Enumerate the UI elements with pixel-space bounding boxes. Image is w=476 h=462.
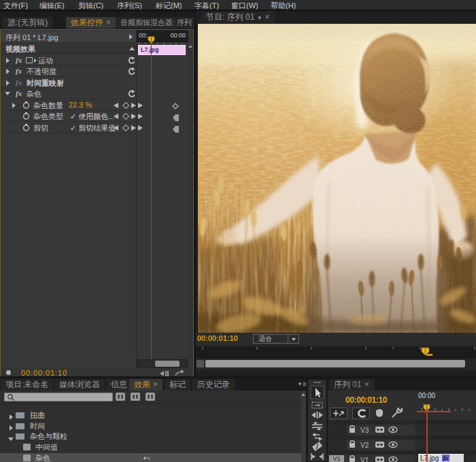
svg-text:V3: V3 [360, 427, 369, 434]
svg-text:V2: V2 [360, 442, 369, 449]
svg-text:V1: V1 [360, 457, 369, 462]
